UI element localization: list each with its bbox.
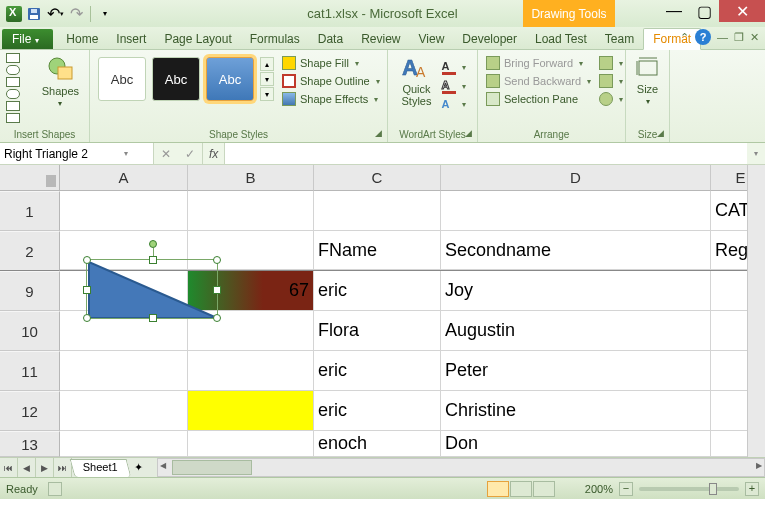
save-icon[interactable] xyxy=(25,5,43,23)
name-box-dropdown[interactable]: ▾ xyxy=(124,149,128,158)
bring-forward-button[interactable]: Bring Forward xyxy=(484,55,593,71)
shapes-button[interactable]: Shapes ▾ xyxy=(38,53,83,110)
formula-bar[interactable] xyxy=(224,143,747,164)
resize-handle[interactable] xyxy=(149,256,157,264)
zoom-thumb[interactable] xyxy=(709,483,717,495)
rotate-handle[interactable] xyxy=(149,240,157,248)
text-effects-button[interactable]: A xyxy=(440,97,468,111)
row-header[interactable]: 9 xyxy=(0,271,60,311)
cell[interactable] xyxy=(60,391,188,431)
page-break-view-button[interactable] xyxy=(533,481,555,497)
gallery-more-button[interactable]: ▾ xyxy=(260,87,274,101)
cell[interactable]: Christine xyxy=(441,391,711,431)
shape-fill-button[interactable]: Shape Fill xyxy=(280,55,382,71)
minimize-button[interactable]: — xyxy=(659,0,689,22)
rotate-button[interactable] xyxy=(597,91,625,107)
tab-data[interactable]: Data xyxy=(309,29,352,49)
next-sheet-button[interactable]: ▶ xyxy=(36,458,54,477)
shape-effects-button[interactable]: Shape Effects xyxy=(280,91,382,107)
maximize-button[interactable]: ▢ xyxy=(689,0,719,22)
sheet-tab-sheet1[interactable]: Sheet1 xyxy=(70,459,132,477)
cell[interactable]: Don xyxy=(441,431,711,457)
workbook-minimize-button[interactable]: — xyxy=(717,31,728,43)
shape-outline-button[interactable]: Shape Outline xyxy=(280,73,382,89)
enter-formula-button[interactable]: ✓ xyxy=(178,147,202,161)
prev-sheet-button[interactable]: ◀ xyxy=(18,458,36,477)
row-header[interactable]: 13 xyxy=(0,431,60,457)
insert-sheet-button[interactable]: ✦ xyxy=(129,458,149,477)
style-blue-selected[interactable]: Abc xyxy=(206,57,254,101)
cell[interactable]: FName xyxy=(314,231,441,270)
col-header-C[interactable]: C xyxy=(314,165,441,191)
group-button[interactable] xyxy=(597,73,625,89)
cell[interactable] xyxy=(441,191,711,231)
undo-button[interactable]: ↶▾ xyxy=(46,5,64,23)
resize-handle[interactable] xyxy=(213,256,221,264)
cell[interactable] xyxy=(188,191,314,231)
resize-handle[interactable] xyxy=(213,314,221,322)
tab-developer[interactable]: Developer xyxy=(453,29,526,49)
workbook-close-button[interactable]: ✕ xyxy=(750,31,759,44)
qat-customize-button[interactable]: ▾ xyxy=(96,5,114,23)
zoom-in-button[interactable]: + xyxy=(745,482,759,496)
zoom-level[interactable]: 200% xyxy=(585,483,613,495)
cell[interactable]: Flora xyxy=(314,311,441,351)
tab-review[interactable]: Review xyxy=(352,29,409,49)
page-layout-view-button[interactable] xyxy=(510,481,532,497)
style-white[interactable]: Abc xyxy=(98,57,146,101)
row-header[interactable]: 11 xyxy=(0,351,60,391)
tab-home[interactable]: Home xyxy=(57,29,107,49)
cancel-formula-button[interactable]: ✕ xyxy=(154,147,178,161)
size-launcher[interactable]: ◢ xyxy=(654,127,666,139)
row-header[interactable]: 2 xyxy=(0,231,60,271)
style-black[interactable]: Abc xyxy=(152,57,200,101)
zoom-out-button[interactable]: − xyxy=(619,482,633,496)
quick-styles-button[interactable]: AA Quick Styles xyxy=(398,53,436,109)
redo-button[interactable]: ↷ xyxy=(67,5,85,23)
worksheet-grid[interactable]: A B C D E 1 2 9 10 11 12 13 CAT 1 FName … xyxy=(0,165,765,457)
col-header-A[interactable]: A xyxy=(60,165,188,191)
size-button[interactable]: Size ▾ xyxy=(631,53,665,108)
cell[interactable]: Peter xyxy=(441,351,711,391)
shape-styles-launcher[interactable]: ◢ xyxy=(372,127,384,139)
zoom-slider[interactable] xyxy=(639,487,739,491)
help-button[interactable]: ? xyxy=(695,29,711,45)
text-outline-button[interactable]: A xyxy=(440,78,468,95)
cell[interactable] xyxy=(188,431,314,457)
resize-handle[interactable] xyxy=(83,256,91,264)
tab-insert[interactable]: Insert xyxy=(107,29,155,49)
cell[interactable] xyxy=(60,191,188,231)
shape-style-gallery[interactable]: Abc Abc Abc ▴ ▾ ▾ xyxy=(96,53,276,105)
cell[interactable]: eric xyxy=(314,391,441,431)
macro-record-icon[interactable] xyxy=(48,482,62,496)
name-box[interactable]: ▾ xyxy=(0,143,154,164)
close-button[interactable]: ✕ xyxy=(719,0,765,22)
workbook-restore-button[interactable]: ❐ xyxy=(734,31,744,44)
cell[interactable]: Secondname xyxy=(441,231,711,270)
horizontal-scrollbar[interactable]: ◀ ▶ xyxy=(157,458,765,477)
vertical-scrollbar[interactable] xyxy=(747,165,765,457)
normal-view-button[interactable] xyxy=(487,481,509,497)
selected-shape-right-triangle[interactable] xyxy=(86,259,218,319)
row-header[interactable]: 10 xyxy=(0,311,60,351)
tab-team[interactable]: Team xyxy=(596,29,643,49)
row-header[interactable]: 12 xyxy=(0,391,60,431)
name-box-input[interactable] xyxy=(4,147,124,161)
row-header[interactable]: 1 xyxy=(0,191,60,231)
align-button[interactable] xyxy=(597,55,625,71)
fx-icon[interactable]: fx xyxy=(203,143,224,164)
cell[interactable] xyxy=(60,431,188,457)
expand-formula-bar-button[interactable]: ▾ xyxy=(747,143,765,164)
first-sheet-button[interactable]: ⏮ xyxy=(0,458,18,477)
resize-handle[interactable] xyxy=(83,286,91,294)
cell[interactable] xyxy=(314,191,441,231)
resize-handle[interactable] xyxy=(213,286,221,294)
cell[interactable]: Joy xyxy=(441,271,711,311)
select-all-corner[interactable] xyxy=(0,165,60,191)
col-header-D[interactable]: D xyxy=(441,165,711,191)
cell[interactable] xyxy=(60,351,188,391)
cell[interactable]: Augustin xyxy=(441,311,711,351)
gallery-down-button[interactable]: ▾ xyxy=(260,72,274,86)
scroll-thumb[interactable] xyxy=(172,460,252,475)
cell[interactable]: eric xyxy=(314,351,441,391)
